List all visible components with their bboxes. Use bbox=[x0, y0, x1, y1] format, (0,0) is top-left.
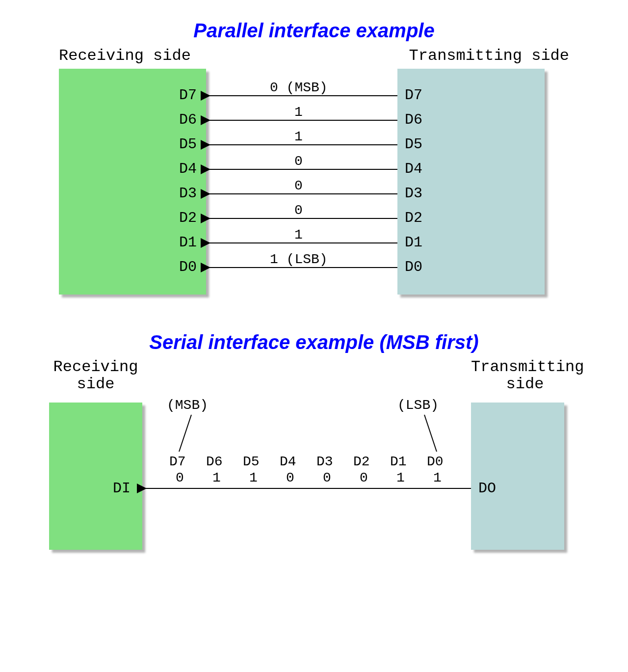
rx-pin-d6: D6 bbox=[179, 111, 197, 128]
bitlabel-d3: D3 bbox=[316, 454, 333, 469]
parallel-section: Receiving side Transmitting side D7 D6 D… bbox=[44, 47, 584, 302]
bitval-1: 1 bbox=[212, 470, 221, 485]
svg-line-9 bbox=[424, 415, 437, 452]
bitval-2: 1 bbox=[249, 470, 258, 485]
parallel-title: Parallel interface example bbox=[44, 20, 584, 42]
tx-pin-d5: D5 bbox=[405, 136, 422, 153]
rx-pin-d1: D1 bbox=[179, 234, 197, 251]
tx-pin-d7: D7 bbox=[405, 87, 422, 104]
serial-title: Serial interface example (MSB first) bbox=[44, 331, 584, 353]
bitlabel-d1: D1 bbox=[390, 454, 407, 469]
signal-d6: 1 bbox=[294, 105, 303, 120]
rx-pin-d3: D3 bbox=[179, 185, 197, 202]
signal-d0: 1 (LSB) bbox=[270, 252, 328, 267]
rx-pin-d7: D7 bbox=[179, 87, 197, 104]
rx-pin-d5: D5 bbox=[179, 136, 197, 153]
bitval-3: 0 bbox=[286, 470, 294, 485]
svg-line-8 bbox=[179, 415, 191, 452]
bitlabel-d6: D6 bbox=[206, 454, 223, 469]
signal-d7: 0 (MSB) bbox=[270, 80, 328, 95]
bitval-6: 1 bbox=[396, 470, 405, 485]
signal-d4: 0 bbox=[294, 154, 303, 169]
tx-pin-d6: D6 bbox=[405, 111, 422, 128]
bitval-4: 0 bbox=[323, 470, 331, 485]
bitlabel-d7: D7 bbox=[169, 454, 186, 469]
serial-tx-pin: DO bbox=[478, 480, 496, 497]
tx-pin-d4: D4 bbox=[405, 161, 422, 177]
signal-d5: 1 bbox=[294, 129, 303, 144]
bitlabel-d4: D4 bbox=[280, 454, 296, 469]
bitlabel-d5: D5 bbox=[243, 454, 260, 469]
rx-pin-d2: D2 bbox=[179, 210, 197, 226]
bitval-7: 1 bbox=[433, 470, 442, 485]
rx-pin-d4: D4 bbox=[179, 161, 197, 177]
tx-pin-d1: D1 bbox=[405, 234, 422, 251]
tx-pin-d0: D0 bbox=[405, 259, 422, 275]
serial-svg bbox=[44, 358, 584, 574]
bitlabel-d0: D0 bbox=[427, 454, 444, 469]
signal-d1: 1 bbox=[294, 227, 303, 242]
rx-pin-d0: D0 bbox=[179, 259, 197, 275]
bitval-5: 0 bbox=[360, 470, 368, 485]
tx-pin-d2: D2 bbox=[405, 210, 422, 226]
serial-rx-pin: DI bbox=[113, 480, 131, 497]
signal-d2: 0 bbox=[294, 203, 303, 218]
signal-d3: 0 bbox=[294, 178, 303, 193]
bitval-0: 0 bbox=[176, 470, 184, 485]
bitlabel-d2: D2 bbox=[353, 454, 370, 469]
tx-pin-d3: D3 bbox=[405, 185, 422, 202]
serial-section: Receivingside Transmittingside (MSB) (LS… bbox=[44, 358, 584, 574]
